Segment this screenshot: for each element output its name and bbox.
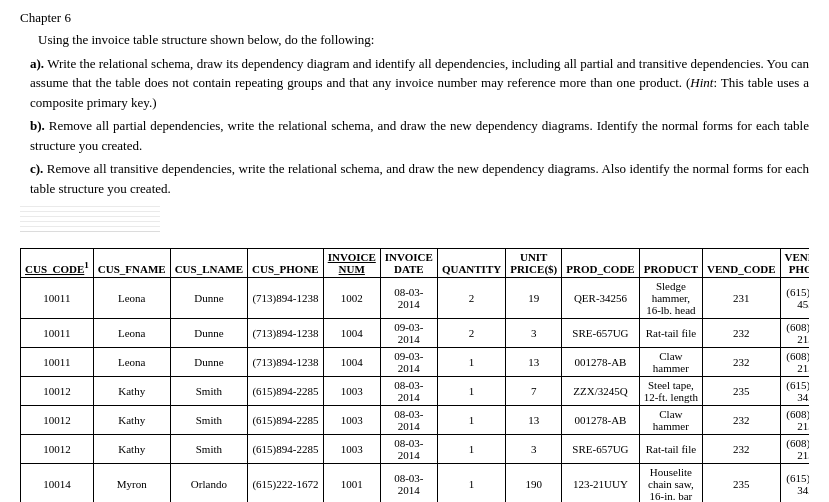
cell-product: Claw hammer	[639, 406, 702, 435]
cell-prod_code: QER-34256	[562, 278, 639, 319]
invoice-table: CUS_CODE1CUS_FNAMECUS_LNAMECUS_PHONEINVO…	[20, 248, 809, 502]
cell-product: Claw hammer	[639, 348, 702, 377]
cell-prod_code: 001278-AB	[562, 348, 639, 377]
cell-cus_lname: Dunne	[170, 319, 247, 348]
cell-unit_price: 3	[506, 435, 562, 464]
part-b-label: b).	[30, 118, 45, 133]
cell-cus_lname: Smith	[170, 435, 247, 464]
col-header-cus_phone: CUS_PHONE	[248, 249, 324, 278]
cell-invoice_num: 1002	[323, 278, 380, 319]
table-row: 10014MyronOrlando(615)222-1672100108-03-…	[21, 464, 810, 503]
cell-product: Sledge hammer, 16-lb. head	[639, 278, 702, 319]
cell-prod_code: 001278-AB	[562, 406, 639, 435]
table-row: 10012KathySmith(615)894-2285100308-03-20…	[21, 435, 810, 464]
cell-invoice_num: 1004	[323, 348, 380, 377]
table-row: 10012KathySmith(615)894-2285100308-03-20…	[21, 377, 810, 406]
cell-cus_fname: Leona	[93, 348, 170, 377]
cell-cus_phone: (615)222-1672	[248, 464, 324, 503]
cell-unit_price: 3	[506, 319, 562, 348]
cell-vend_code: 235	[703, 377, 780, 406]
intro-text: Using the invoice table structure shown …	[38, 30, 809, 50]
cell-vend_code: 235	[703, 464, 780, 503]
cell-invoice_date: 09-03-2014	[380, 348, 437, 377]
col-header-vend_code: VEND_CODE	[703, 249, 780, 278]
col-header-product: PRODUCT	[639, 249, 702, 278]
col-header-cus_lname: CUS_LNAME	[170, 249, 247, 278]
part-a-label: a).	[30, 56, 44, 71]
table-row: 10012KathySmith(615)894-2285100308-03-20…	[21, 406, 810, 435]
cell-vend_code: 231	[703, 278, 780, 319]
hint-italic: Hint	[690, 75, 713, 90]
cell-cus_fname: Kathy	[93, 377, 170, 406]
part-c-text: Remove all transitive dependencies, writ…	[30, 161, 809, 196]
part-c-label: c).	[30, 161, 43, 176]
cell-unit_price: 13	[506, 406, 562, 435]
table-row: 10011LeonaDunne(713)894-1238100409-03-20…	[21, 348, 810, 377]
table-row: 10011LeonaDunne(713)894-1238100208-03-20…	[21, 278, 810, 319]
col-header-cus_code: CUS_CODE1	[21, 249, 94, 278]
cell-invoice_date: 08-03-2014	[380, 278, 437, 319]
cell-invoice_date: 08-03-2014	[380, 406, 437, 435]
cell-quantity: 2	[437, 319, 505, 348]
part-b-text: Remove all partial dependencies, write t…	[30, 118, 809, 153]
cell-unit_price: 190	[506, 464, 562, 503]
part-c: c). Remove all transitive dependencies, …	[30, 159, 809, 198]
col-header-cus_fname: CUS_FNAME	[93, 249, 170, 278]
cell-cus_code: 10012	[21, 377, 94, 406]
cell-cus_phone: (713)894-1238	[248, 348, 324, 377]
cell-quantity: 1	[437, 377, 505, 406]
col-header-prod_code: PROD_CODE	[562, 249, 639, 278]
cell-cus_phone: (615)894-2285	[248, 406, 324, 435]
cell-cus_code: 10011	[21, 319, 94, 348]
cell-vendor_phone: (608)224-2134	[780, 319, 809, 348]
cell-quantity: 1	[437, 348, 505, 377]
cell-vend_code: 232	[703, 319, 780, 348]
cell-quantity: 2	[437, 278, 505, 319]
cell-invoice_num: 1004	[323, 319, 380, 348]
table-row: 10011LeonaDunne(713)894-1238100409-03-20…	[21, 319, 810, 348]
table-body: 10011LeonaDunne(713)894-1238100208-03-20…	[21, 278, 810, 503]
cell-unit_price: 13	[506, 348, 562, 377]
col-header-quantity: QUANTITY	[437, 249, 505, 278]
table-header-row: CUS_CODE1CUS_FNAMECUS_LNAMECUS_PHONEINVO…	[21, 249, 810, 278]
cell-vend_code: 232	[703, 435, 780, 464]
cell-invoice_num: 1001	[323, 464, 380, 503]
cell-vendor_phone: (608)224-2134	[780, 435, 809, 464]
chapter-title: Chapter 6	[20, 10, 809, 26]
cell-vend_code: 232	[703, 406, 780, 435]
cell-cus_fname: Kathy	[93, 406, 170, 435]
scribble-area	[20, 202, 160, 232]
cell-cus_fname: Kathy	[93, 435, 170, 464]
cell-cus_fname: Leona	[93, 278, 170, 319]
cell-unit_price: 19	[506, 278, 562, 319]
cell-cus_code: 10011	[21, 278, 94, 319]
cell-quantity: 1	[437, 464, 505, 503]
cell-product: Steel tape, 12-ft. length	[639, 377, 702, 406]
cell-invoice_date: 09-03-2014	[380, 319, 437, 348]
cell-cus_phone: (615)894-2285	[248, 377, 324, 406]
cell-prod_code: SRE-657UG	[562, 319, 639, 348]
cell-invoice_date: 08-03-2014	[380, 464, 437, 503]
cell-cus_lname: Dunne	[170, 278, 247, 319]
cell-invoice_num: 1003	[323, 435, 380, 464]
col-header-invoice_date: INVOICEDATE	[380, 249, 437, 278]
cell-product: Rat-tail file	[639, 319, 702, 348]
cell-vendor_phone: (615)899-3425	[780, 377, 809, 406]
table-wrapper: CUS_CODE1CUS_FNAMECUS_LNAMECUS_PHONEINVO…	[20, 248, 809, 502]
cell-cus_lname: Smith	[170, 377, 247, 406]
cell-cus_code: 10011	[21, 348, 94, 377]
cell-cus_phone: (713)894-1238	[248, 278, 324, 319]
col-header-unit_price: UNITPRICE($)	[506, 249, 562, 278]
part-a: a). Write the relational schema, draw it…	[30, 54, 809, 113]
cell-cus_phone: (713)894-1238	[248, 319, 324, 348]
cell-cus_lname: Orlando	[170, 464, 247, 503]
cell-invoice_num: 1003	[323, 377, 380, 406]
cell-vendor_phone: (615)899-3425	[780, 464, 809, 503]
cell-product: Rat-tail file	[639, 435, 702, 464]
cell-prod_code: SRE-657UG	[562, 435, 639, 464]
cell-invoice_date: 08-03-2014	[380, 435, 437, 464]
cell-vendor_phone: (608)224-2134	[780, 406, 809, 435]
cell-cus_fname: Leona	[93, 319, 170, 348]
cell-prod_code: 123-21UUY	[562, 464, 639, 503]
cell-quantity: 1	[437, 406, 505, 435]
